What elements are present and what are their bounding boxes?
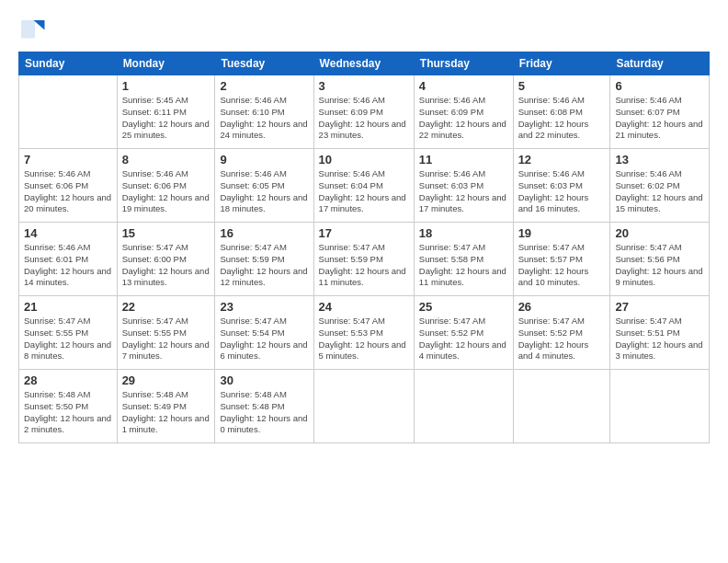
- day-number: 13: [615, 153, 704, 167]
- logo-icon: [18, 15, 46, 42]
- day-info: Sunrise: 5:47 AM Sunset: 5:59 PM Dayligh…: [220, 242, 308, 289]
- day-info: Sunrise: 5:46 AM Sunset: 6:04 PM Dayligh…: [319, 168, 409, 215]
- weekday-header-tuesday: Tuesday: [215, 52, 313, 75]
- day-info: Sunrise: 5:47 AM Sunset: 5:53 PM Dayligh…: [319, 316, 409, 362]
- day-number: 11: [419, 153, 508, 167]
- day-info: Sunrise: 5:47 AM Sunset: 5:55 PM Dayligh…: [24, 316, 112, 362]
- day-number: 29: [122, 373, 210, 387]
- weekday-header-wednesday: Wednesday: [313, 52, 414, 75]
- week-row-2: 14Sunrise: 5:46 AM Sunset: 6:01 PM Dayli…: [19, 223, 710, 296]
- day-number: 14: [24, 226, 112, 240]
- day-cell: 21Sunrise: 5:47 AM Sunset: 5:55 PM Dayli…: [19, 296, 118, 370]
- day-cell: 11Sunrise: 5:46 AM Sunset: 6:03 PM Dayli…: [414, 149, 513, 223]
- weekday-header-row: SundayMondayTuesdayWednesdayThursdayFrid…: [19, 52, 710, 75]
- day-cell: 23Sunrise: 5:47 AM Sunset: 5:54 PM Dayli…: [215, 296, 313, 370]
- day-info: Sunrise: 5:45 AM Sunset: 6:11 PM Dayligh…: [122, 95, 210, 142]
- day-cell: 22Sunrise: 5:47 AM Sunset: 5:55 PM Dayli…: [117, 296, 215, 370]
- day-info: Sunrise: 5:48 AM Sunset: 5:48 PM Dayligh…: [220, 389, 308, 436]
- day-cell: 6Sunrise: 5:46 AM Sunset: 6:07 PM Daylig…: [610, 75, 710, 149]
- day-number: 26: [518, 300, 606, 314]
- day-number: 9: [220, 153, 308, 167]
- day-cell: 4Sunrise: 5:46 AM Sunset: 6:09 PM Daylig…: [414, 75, 513, 149]
- week-row-3: 21Sunrise: 5:47 AM Sunset: 5:55 PM Dayli…: [19, 296, 710, 370]
- day-number: 6: [615, 79, 704, 93]
- day-number: 24: [319, 300, 409, 314]
- day-number: 21: [24, 300, 112, 314]
- day-info: Sunrise: 5:46 AM Sunset: 6:09 PM Dayligh…: [319, 95, 409, 142]
- day-number: 8: [122, 153, 210, 167]
- day-number: 12: [518, 153, 606, 167]
- svg-rect-1: [21, 20, 35, 39]
- day-cell: 2Sunrise: 5:46 AM Sunset: 6:10 PM Daylig…: [215, 75, 313, 149]
- svg-marker-0: [34, 20, 45, 30]
- day-number: 4: [419, 79, 508, 93]
- day-cell: [313, 370, 414, 443]
- day-number: 7: [24, 153, 112, 167]
- day-info: Sunrise: 5:46 AM Sunset: 6:06 PM Dayligh…: [24, 168, 112, 215]
- day-cell: 9Sunrise: 5:46 AM Sunset: 6:05 PM Daylig…: [215, 149, 313, 223]
- day-cell: 7Sunrise: 5:46 AM Sunset: 6:06 PM Daylig…: [19, 149, 118, 223]
- day-cell: 16Sunrise: 5:47 AM Sunset: 5:59 PM Dayli…: [215, 223, 313, 296]
- day-number: 3: [319, 79, 409, 93]
- day-info: Sunrise: 5:46 AM Sunset: 6:10 PM Dayligh…: [220, 95, 308, 142]
- day-number: 5: [518, 79, 606, 93]
- day-number: 16: [220, 226, 308, 240]
- day-info: Sunrise: 5:47 AM Sunset: 5:52 PM Dayligh…: [419, 316, 508, 362]
- day-number: 17: [319, 226, 409, 240]
- weekday-header-thursday: Thursday: [414, 52, 513, 75]
- day-cell: 26Sunrise: 5:47 AM Sunset: 5:52 PM Dayli…: [513, 296, 610, 370]
- day-info: Sunrise: 5:46 AM Sunset: 6:02 PM Dayligh…: [615, 168, 704, 215]
- day-info: Sunrise: 5:48 AM Sunset: 5:50 PM Dayligh…: [24, 389, 112, 436]
- page: SundayMondayTuesdayWednesdayThursdayFrid…: [0, 0, 728, 563]
- day-number: 19: [518, 226, 606, 240]
- day-cell: 24Sunrise: 5:47 AM Sunset: 5:53 PM Dayli…: [313, 296, 414, 370]
- day-info: Sunrise: 5:46 AM Sunset: 6:03 PM Dayligh…: [518, 168, 606, 215]
- logo: [18, 15, 50, 42]
- day-number: 25: [419, 300, 508, 314]
- week-row-4: 28Sunrise: 5:48 AM Sunset: 5:50 PM Dayli…: [19, 370, 710, 443]
- day-cell: [414, 370, 513, 443]
- day-number: 23: [220, 300, 308, 314]
- day-info: Sunrise: 5:47 AM Sunset: 5:51 PM Dayligh…: [615, 316, 704, 362]
- day-cell: 28Sunrise: 5:48 AM Sunset: 5:50 PM Dayli…: [19, 370, 118, 443]
- day-info: Sunrise: 5:48 AM Sunset: 5:49 PM Dayligh…: [122, 389, 210, 436]
- day-info: Sunrise: 5:46 AM Sunset: 6:07 PM Dayligh…: [615, 95, 704, 142]
- week-row-0: 1Sunrise: 5:45 AM Sunset: 6:11 PM Daylig…: [19, 75, 710, 149]
- day-cell: 27Sunrise: 5:47 AM Sunset: 5:51 PM Dayli…: [610, 296, 710, 370]
- day-cell: [610, 370, 710, 443]
- day-info: Sunrise: 5:47 AM Sunset: 5:57 PM Dayligh…: [518, 242, 606, 289]
- day-info: Sunrise: 5:46 AM Sunset: 6:06 PM Dayligh…: [122, 168, 210, 215]
- day-info: Sunrise: 5:46 AM Sunset: 6:03 PM Dayligh…: [419, 168, 508, 215]
- week-row-1: 7Sunrise: 5:46 AM Sunset: 6:06 PM Daylig…: [19, 149, 710, 223]
- day-cell: [19, 75, 118, 149]
- day-info: Sunrise: 5:47 AM Sunset: 5:56 PM Dayligh…: [615, 242, 704, 289]
- day-cell: 18Sunrise: 5:47 AM Sunset: 5:58 PM Dayli…: [414, 223, 513, 296]
- day-info: Sunrise: 5:46 AM Sunset: 6:08 PM Dayligh…: [518, 95, 606, 142]
- day-cell: 3Sunrise: 5:46 AM Sunset: 6:09 PM Daylig…: [313, 75, 414, 149]
- day-number: 30: [220, 373, 308, 387]
- day-number: 18: [419, 226, 508, 240]
- day-number: 20: [615, 226, 704, 240]
- day-number: 15: [122, 226, 210, 240]
- day-info: Sunrise: 5:46 AM Sunset: 6:09 PM Dayligh…: [419, 95, 508, 142]
- day-info: Sunrise: 5:47 AM Sunset: 5:54 PM Dayligh…: [220, 316, 308, 362]
- day-info: Sunrise: 5:47 AM Sunset: 5:58 PM Dayligh…: [419, 242, 508, 289]
- day-info: Sunrise: 5:47 AM Sunset: 5:52 PM Dayligh…: [518, 316, 606, 362]
- day-cell: 13Sunrise: 5:46 AM Sunset: 6:02 PM Dayli…: [610, 149, 710, 223]
- day-info: Sunrise: 5:47 AM Sunset: 5:55 PM Dayligh…: [122, 316, 210, 362]
- day-cell: 20Sunrise: 5:47 AM Sunset: 5:56 PM Dayli…: [610, 223, 710, 296]
- weekday-header-saturday: Saturday: [610, 52, 710, 75]
- day-number: 10: [319, 153, 409, 167]
- day-cell: 12Sunrise: 5:46 AM Sunset: 6:03 PM Dayli…: [513, 149, 610, 223]
- day-cell: 8Sunrise: 5:46 AM Sunset: 6:06 PM Daylig…: [117, 149, 215, 223]
- day-cell: 15Sunrise: 5:47 AM Sunset: 6:00 PM Dayli…: [117, 223, 215, 296]
- day-cell: 10Sunrise: 5:46 AM Sunset: 6:04 PM Dayli…: [313, 149, 414, 223]
- weekday-header-sunday: Sunday: [19, 52, 118, 75]
- weekday-header-friday: Friday: [513, 52, 610, 75]
- calendar-table: SundayMondayTuesdayWednesdayThursdayFrid…: [18, 52, 710, 443]
- day-info: Sunrise: 5:46 AM Sunset: 6:05 PM Dayligh…: [220, 168, 308, 215]
- day-cell: 14Sunrise: 5:46 AM Sunset: 6:01 PM Dayli…: [19, 223, 118, 296]
- day-number: 28: [24, 373, 112, 387]
- day-number: 1: [122, 79, 210, 93]
- day-cell: 19Sunrise: 5:47 AM Sunset: 5:57 PM Dayli…: [513, 223, 610, 296]
